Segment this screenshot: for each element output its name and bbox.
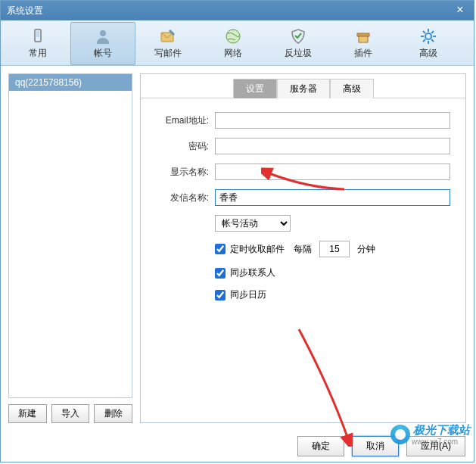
sync-calendar-checkbox[interactable] [215, 290, 226, 301]
status-select[interactable]: 帐号活动 [215, 215, 291, 232]
titlebar: 系统设置 × [1, 1, 474, 20]
scheduled-prefix: 每隔 [294, 243, 312, 256]
tab-account[interactable]: 帐号 [70, 22, 135, 65]
scheduled-checkbox[interactable] [215, 244, 226, 254]
shield-icon [289, 27, 307, 45]
tab-plugin-label: 插件 [354, 47, 372, 60]
password-label: 密码: [156, 140, 209, 153]
import-button[interactable]: 导入 [51, 404, 90, 423]
tab-network-label: 网络 [224, 47, 242, 60]
plugin-icon [354, 27, 372, 45]
tab-network[interactable]: 网络 [201, 22, 266, 65]
account-list-item[interactable]: qq(2215788156) [9, 74, 132, 91]
svg-line-13 [431, 39, 434, 42]
svg-rect-6 [359, 36, 368, 42]
window-title: 系统设置 [7, 5, 453, 17]
sync-calendar-row: 同步日历 [156, 288, 450, 301]
tab-antispam[interactable]: 反垃圾 [266, 22, 331, 65]
sub-tabs: 设置 服务器 高级 [141, 79, 465, 98]
tab-common-label: 常用 [29, 47, 47, 60]
svg-line-14 [423, 39, 425, 42]
account-form: Email地址: 密码: 显示名称: 发信名称: 帐号活动 [141, 98, 465, 324]
globe-icon [224, 27, 242, 45]
sync-contacts-checkbox[interactable] [215, 268, 226, 279]
scheduled-row: 定时收取邮件 每隔 分钟 [156, 241, 450, 257]
interval-field[interactable] [319, 241, 350, 257]
email-field[interactable] [215, 112, 450, 129]
tab-account-label: 帐号 [94, 47, 112, 60]
svg-point-2 [100, 30, 106, 36]
content-area: qq(2215788156) 新建 导入 删除 设置 服务器 高级 Email地… [1, 66, 474, 431]
sync-contacts-label: 同步联系人 [230, 266, 275, 279]
email-label: Email地址: [156, 114, 209, 127]
apply-button[interactable]: 应用(A) [406, 436, 465, 456]
password-row: 密码: [156, 138, 450, 154]
scheduled-label: 定时收取邮件 [230, 243, 285, 256]
password-field[interactable] [215, 138, 450, 154]
delete-button[interactable]: 删除 [94, 404, 132, 423]
svg-point-7 [425, 33, 431, 39]
tab-compose-label: 写邮件 [154, 47, 182, 60]
tab-plugin[interactable]: 插件 [331, 22, 396, 65]
subtab-server[interactable]: 服务器 [277, 79, 330, 98]
email-row: Email地址: [156, 112, 450, 129]
account-list[interactable]: qq(2215788156) [8, 73, 132, 398]
ok-button[interactable]: 确定 [297, 436, 344, 456]
svg-line-15 [431, 31, 434, 33]
svg-rect-1 [36, 31, 39, 37]
footer-buttons: 确定 取消 应用(A) [297, 436, 465, 456]
tab-compose[interactable]: 写邮件 [135, 22, 201, 65]
display-row: 显示名称: [156, 163, 450, 180]
svg-rect-5 [357, 33, 369, 36]
sender-field[interactable] [215, 189, 450, 206]
account-buttons: 新建 导入 删除 [8, 404, 132, 423]
phone-icon [29, 27, 47, 45]
scheduled-suffix: 分钟 [357, 243, 375, 256]
sender-row: 发信名称: [156, 189, 450, 206]
svg-point-4 [226, 30, 240, 43]
subtab-settings[interactable]: 设置 [233, 79, 277, 98]
settings-window: 系统设置 × 常用 帐号 写邮件 网络 反垃圾 插件 高级 [0, 0, 474, 462]
left-pane: qq(2215788156) 新建 导入 删除 [8, 73, 132, 423]
subtab-advanced[interactable]: 高级 [330, 79, 374, 98]
display-label: 显示名称: [156, 166, 209, 179]
status-row: 帐号活动 [156, 215, 450, 232]
tab-common[interactable]: 常用 [5, 22, 70, 65]
right-pane: 设置 服务器 高级 Email地址: 密码: 显示名称: 发信名称 [140, 73, 466, 423]
gear-icon [419, 27, 437, 45]
close-icon[interactable]: × [453, 3, 468, 18]
display-field[interactable] [215, 163, 450, 180]
toolbar: 常用 帐号 写邮件 网络 反垃圾 插件 高级 [1, 20, 474, 66]
new-button[interactable]: 新建 [8, 404, 47, 423]
sync-contacts-row: 同步联系人 [156, 266, 450, 279]
cancel-button[interactable]: 取消 [352, 436, 399, 456]
sender-label: 发信名称: [156, 192, 209, 204]
tab-advanced-label: 高级 [419, 47, 437, 60]
compose-icon [159, 27, 177, 45]
tab-antispam-label: 反垃圾 [285, 47, 312, 60]
user-icon [94, 27, 112, 45]
svg-line-12 [423, 31, 425, 33]
sync-calendar-label: 同步日历 [230, 288, 266, 301]
tab-advanced[interactable]: 高级 [396, 22, 461, 65]
